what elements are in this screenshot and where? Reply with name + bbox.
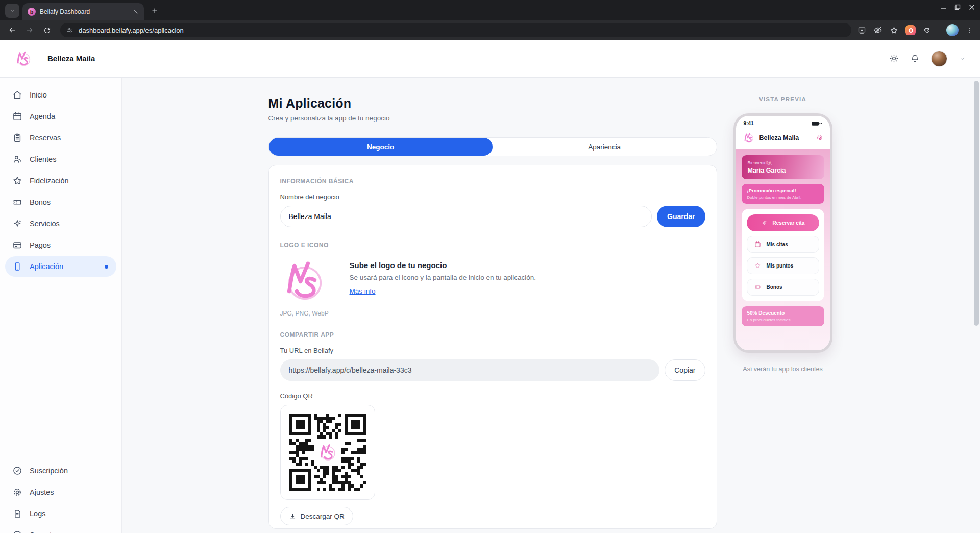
forward-button[interactable] — [22, 23, 37, 37]
back-button[interactable] — [5, 23, 19, 37]
sidebar-item-label: Bonos — [30, 198, 51, 206]
browser-tab[interactable]: b Bellafy Dashboard — [22, 3, 144, 20]
phone-promo-description: Doble puntos en mes de Abril. — [747, 195, 819, 200]
active-indicator-dot — [105, 265, 108, 269]
phone-preview: 9:41 Belleza Maila Bienvenid@, María Gar… — [733, 113, 832, 353]
tab-search-button[interactable] — [5, 4, 19, 18]
install-app-icon[interactable] — [857, 26, 866, 35]
close-icon[interactable] — [969, 4, 975, 10]
maximize-icon[interactable] — [954, 4, 961, 10]
page-scrollbar[interactable] — [974, 81, 979, 326]
tab-apariencia[interactable]: Apariencia — [493, 138, 717, 156]
sidebar-item-soporte[interactable]: Soporte — [5, 525, 116, 533]
phone-discount-banner: 50% Descuento En procuductos faciales. — [742, 306, 824, 326]
sidebar-item-clientes[interactable]: Clientes — [5, 149, 116, 169]
sidebar-item-label: Soporte — [30, 531, 56, 533]
sidebar-item-servicios[interactable]: Servicios — [5, 213, 116, 234]
bookmark-star-icon[interactable] — [890, 26, 898, 35]
phone-promo-title: ¡Promoción especial! — [747, 188, 819, 193]
preview-heading: VISTA PREVIA — [759, 96, 806, 102]
logo-formats: JPG, PNG, WebP — [280, 310, 341, 317]
browser-toolbar: dashboard.bellafy.app/es/aplicacion — [0, 20, 980, 40]
smartphone-icon — [12, 261, 22, 272]
header-actions — [889, 51, 966, 67]
phone-button-reservar-cita[interactable]: Reservar cita — [747, 214, 819, 231]
business-logo-image[interactable] — [280, 257, 328, 305]
star-icon — [12, 176, 22, 186]
phone-welcome-greeting: Bienvenid@, — [748, 160, 818, 165]
theme-sun-icon[interactable] — [889, 54, 899, 63]
chevron-down-icon[interactable] — [959, 55, 966, 62]
sidebar-item-label: Clientes — [30, 155, 56, 163]
toolbar-actions — [857, 24, 975, 36]
tab-negocio[interactable]: Negocio — [269, 138, 493, 156]
browser-menu-icon[interactable] — [966, 27, 973, 34]
ms-logo-icon — [14, 50, 33, 68]
phone-settings-gear-icon[interactable] — [816, 134, 823, 141]
users-icon — [12, 154, 22, 164]
business-form-card: INFORMACIÓN BÁSICA Nombre del negocio Gu… — [268, 165, 717, 529]
download-icon — [289, 513, 297, 520]
sidebar-item-aplicacion[interactable]: Aplicación — [5, 256, 116, 277]
sidebar: Inicio Agenda Reservas Clientes Fideliza… — [0, 78, 122, 533]
copy-url-button[interactable]: Copiar — [665, 359, 705, 381]
sidebar-item-label: Aplicación — [30, 262, 63, 271]
sidebar-item-inicio[interactable]: Inicio — [5, 85, 116, 105]
sidebar-item-suscripcion[interactable]: Suscripción — [5, 461, 116, 481]
phone-button-mis-citas[interactable]: Mis citas — [747, 236, 819, 253]
business-name-input[interactable] — [280, 206, 652, 227]
arrow-right-icon — [26, 26, 34, 34]
phone-discount-title: 50% Descuento — [747, 310, 819, 316]
gear-icon — [12, 487, 22, 497]
sidebar-item-agenda[interactable]: Agenda — [5, 106, 116, 127]
phone-button-label: Mis citas — [767, 241, 788, 247]
section-heading-logo: LOGO E ICONO — [280, 241, 705, 249]
reload-button[interactable] — [40, 23, 54, 37]
sidebar-item-bonos[interactable]: Bonos — [5, 192, 116, 212]
sidebar-item-label: Pagos — [30, 241, 51, 249]
phone-discount-description: En procuductos faciales. — [747, 318, 819, 322]
phone-button-bonos[interactable]: Bonos — [747, 279, 819, 296]
url-text: dashboard.bellafy.app/es/aplicacion — [79, 27, 184, 34]
app-url-label: Tu URL en Bellafy — [280, 347, 705, 354]
ticket-icon — [754, 284, 761, 290]
app-url-input[interactable] — [280, 359, 660, 381]
sidebar-item-label: Fidelización — [30, 177, 69, 185]
badge-check-icon — [12, 466, 22, 476]
qr-code-card — [280, 405, 375, 500]
phone-promo-banner: ¡Promoción especial! Doble puntos en mes… — [742, 184, 824, 204]
tab-close-icon[interactable] — [133, 9, 139, 15]
logo-upload-description: Se usará para el icono y la pantalla de … — [350, 274, 536, 281]
user-avatar[interactable] — [931, 51, 947, 67]
sidebar-item-fidelizacion[interactable]: Fidelización — [5, 171, 116, 191]
save-button[interactable]: Guardar — [657, 206, 705, 227]
download-qr-button[interactable]: Descargar QR — [280, 507, 353, 525]
new-tab-button[interactable] — [148, 4, 161, 17]
qr-code-image — [289, 414, 366, 491]
phone-app-logo — [743, 132, 755, 144]
sparkles-icon — [12, 219, 22, 229]
eye-off-icon[interactable] — [873, 26, 883, 35]
url-bar[interactable]: dashboard.bellafy.app/es/aplicacion — [60, 23, 851, 37]
phone-button-label: Mis puntos — [767, 263, 794, 269]
browser-profile-avatar[interactable] — [946, 24, 959, 36]
phone-button-mis-puntos[interactable]: Mis puntos — [747, 257, 819, 274]
reload-icon — [43, 27, 51, 34]
sidebar-item-label: Ajustes — [30, 488, 54, 496]
extensions-puzzle-icon[interactable] — [923, 26, 932, 35]
sidebar-item-ajustes[interactable]: Ajustes — [5, 482, 116, 502]
site-info-icon[interactable] — [66, 27, 74, 34]
page-title: Mi Aplicación — [268, 96, 717, 111]
minimize-icon[interactable] — [940, 4, 946, 10]
bell-icon[interactable] — [910, 54, 920, 63]
phone-time: 9:41 — [744, 120, 754, 126]
section-tabs: Negocio Apariencia — [268, 137, 717, 156]
extension-lens-icon[interactable] — [905, 25, 916, 35]
section-heading-basic: INFORMACIÓN BÁSICA — [280, 178, 705, 185]
life-buoy-icon — [12, 530, 22, 533]
sidebar-item-pagos[interactable]: Pagos — [5, 235, 116, 255]
sidebar-item-label: Inicio — [30, 91, 47, 99]
more-info-link[interactable]: Más info — [350, 287, 376, 295]
sidebar-item-logs[interactable]: Logs — [5, 503, 116, 524]
sidebar-item-reservas[interactable]: Reservas — [5, 128, 116, 148]
